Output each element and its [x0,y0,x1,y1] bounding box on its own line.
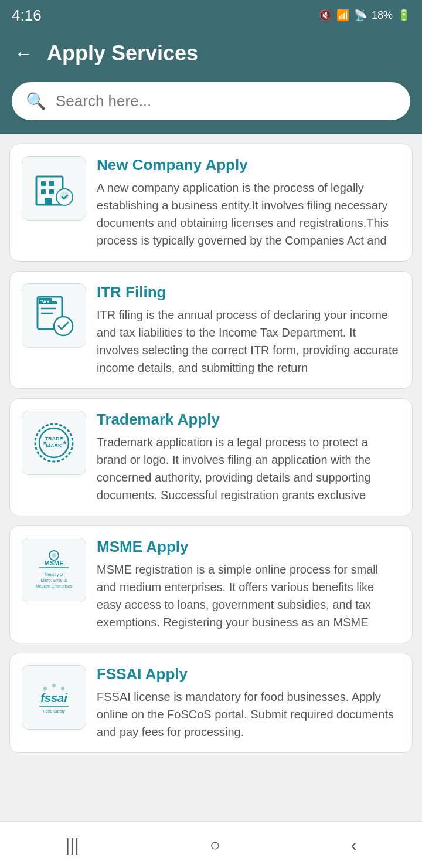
trademark-icon: TRADE MARK ★ ★ [22,411,86,475]
service-card-trademark[interactable]: TRADE MARK ★ ★ Trademark Apply Trademark… [9,398,413,516]
new-company-icon [22,156,86,221]
svg-text:Medium Enterprises: Medium Enterprises [36,584,73,589]
svg-text:★: ★ [62,439,67,446]
svg-rect-1 [41,181,46,186]
svg-point-32 [61,687,64,690]
svg-text:fssai: fssai [40,691,67,704]
new-company-title: New Company Apply [97,156,400,174]
svg-rect-4 [49,189,54,194]
svg-point-30 [43,687,47,690]
header: ← Apply Services [0,30,422,82]
msme-title: MSME Apply [97,538,400,556]
trademark-content: Trademark Apply Trademark application is… [97,411,400,504]
msme-desc: MSME registration is a simple online pro… [97,561,400,631]
svg-rect-5 [45,198,52,205]
cards-container: New Company Apply A new company applicat… [0,134,422,762]
fssai-title: FSSAI Apply [97,665,400,683]
svg-point-31 [52,684,56,687]
nav-back[interactable]: ‹ [351,835,357,855]
service-card-itr[interactable]: TAX ITR Filing ITR filing is the annual … [9,271,413,389]
search-icon: 🔍 [26,91,46,111]
nav-recent-apps[interactable]: ||| [65,835,79,855]
wifi-icon: 📶 [336,9,349,22]
svg-text:TRADE: TRADE [45,436,63,442]
search-bar: 🔍 [12,82,410,120]
search-input[interactable] [56,92,396,110]
battery-icon: 🔋 [397,9,410,22]
itr-icon: TAX [22,283,86,348]
svg-rect-3 [41,189,46,194]
svg-point-26 [52,553,56,558]
fssai-content: FSSAI Apply FSSAI license is mandatory f… [97,665,400,741]
new-company-desc: A new company application is the process… [97,179,400,249]
svg-text:Food Safety: Food Safety [43,709,65,714]
itr-content: ITR Filing ITR filing is the annual proc… [97,283,400,377]
msme-icon: MSME Ministry of Micro, Small & Medium E… [22,538,86,602]
service-card-new-company[interactable]: New Company Apply A new company applicat… [9,144,413,262]
svg-text:Micro, Small &: Micro, Small & [40,578,67,582]
page-title: Apply Services [47,41,198,66]
itr-title: ITR Filing [97,283,400,301]
nav-home[interactable]: ○ [210,835,220,855]
itr-desc: ITR filing is the annual process of decl… [97,306,400,377]
svg-text:MARK: MARK [46,443,62,449]
msme-content: MSME Apply MSME registration is a simple… [97,538,400,631]
new-company-content: New Company Apply A new company applicat… [97,156,400,249]
service-card-fssai[interactable]: fssai Food Safety FSSAI Apply FSSAI lice… [9,653,413,753]
svg-rect-2 [49,181,54,186]
status-time: 4:16 [12,6,42,25]
trademark-title: Trademark Apply [97,411,400,429]
service-card-msme[interactable]: MSME Ministry of Micro, Small & Medium E… [9,525,413,643]
battery-text: 18% [372,9,393,22]
signal-icon: 📡 [354,9,367,22]
status-bar: 4:16 🔇 📶 📡 18% 🔋 [0,0,422,30]
status-icons: 🔇 📶 📡 18% 🔋 [319,9,410,22]
bottom-nav: ||| ○ ‹ [0,821,422,868]
svg-text:TAX: TAX [40,299,50,304]
fssai-icon: fssai Food Safety [22,665,86,730]
svg-text:★: ★ [42,439,47,446]
back-button[interactable]: ← [14,43,33,65]
trademark-desc: Trademark application is a legal process… [97,433,400,504]
search-container: 🔍 [0,82,422,134]
svg-text:Ministry of: Ministry of [45,572,63,577]
mute-icon: 🔇 [319,9,332,22]
fssai-desc: FSSAI license is mandatory for food busi… [97,688,400,741]
